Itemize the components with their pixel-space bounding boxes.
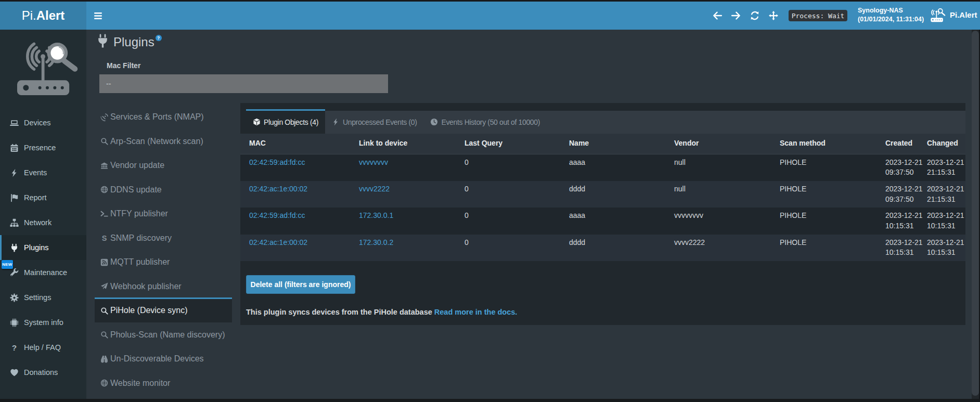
column-header-name[interactable]: Name bbox=[560, 134, 665, 154]
mac-link[interactable]: 02:42:ac:1e:00:02 bbox=[249, 238, 307, 247]
sidebar-item-label: Maintenance bbox=[24, 268, 67, 277]
table-row-3: 02:42:59:ad:fd:cc172.30.0.10aaaavvvvvvvv… bbox=[240, 208, 965, 234]
cell-scan-method: PIHOLE bbox=[771, 208, 876, 234]
plugin-nav-item-services-ports-nmap[interactable]: Services & Ports (NMAP) bbox=[95, 106, 232, 129]
plugin-nav-item-label: Un-Discoverable Devices bbox=[110, 354, 204, 364]
device-link[interactable]: 172.30.0.2 bbox=[359, 238, 393, 247]
sidebar-item-events[interactable]: Events bbox=[0, 160, 86, 185]
brand-prefix: Pi. bbox=[22, 8, 36, 23]
plugin-description: This plugin syncs devices from the PiHol… bbox=[246, 308, 517, 316]
sidebar-item-report[interactable]: Report bbox=[0, 185, 86, 210]
sidebar-item-label: Network bbox=[24, 218, 51, 227]
cell-created: 2023-12-21 09:37:50 bbox=[876, 154, 925, 181]
nav-forward-button[interactable] bbox=[731, 11, 741, 20]
cell-name: dddd bbox=[560, 181, 665, 208]
cell-last-query: 0 bbox=[456, 208, 560, 234]
sidebar-item-donations[interactable]: Donations bbox=[0, 360, 86, 385]
cell-changed: 2023-12-21 10:15:31 bbox=[925, 235, 965, 261]
terminal-icon bbox=[100, 210, 108, 218]
mac-link[interactable]: 02:42:59:ad:fd:cc bbox=[249, 158, 305, 166]
column-header-vendor[interactable]: Vendor bbox=[665, 134, 771, 154]
column-header-created[interactable]: Created bbox=[876, 134, 925, 154]
plugin-nav-item-arp-scan-network-scan[interactable]: Arp-Scan (Network scan) bbox=[95, 129, 232, 153]
brand-logo[interactable]: Pi.Alert bbox=[0, 2, 86, 30]
plugin-nav-item-label: Arp-Scan (Network scan) bbox=[110, 137, 203, 146]
nav-refresh-button[interactable] bbox=[750, 11, 759, 20]
binoculars-icon bbox=[100, 355, 108, 363]
device-info: Synology-NAS (01/01/2024, 11:31:04) bbox=[858, 6, 924, 24]
table-row-4: 02:42:ac:1e:00:02172.30.0.20ddddvvvv2222… bbox=[240, 235, 965, 261]
mac-filter-input[interactable] bbox=[99, 74, 388, 93]
cell-created: 2023-12-21 10:15:31 bbox=[876, 235, 925, 261]
plug-icon bbox=[97, 34, 109, 48]
plugin-nav-item-label: PiHole (Device sync) bbox=[110, 306, 187, 315]
sidebar-item-settings[interactable]: Settings bbox=[0, 285, 86, 310]
plugin-nav-item-vendor-update[interactable]: Vendor update bbox=[95, 154, 232, 177]
table-row-2: 02:42:ac:1e:00:02vvvv22220ddddnullPIHOLE… bbox=[240, 181, 965, 208]
question-icon: ? bbox=[10, 343, 19, 352]
sidebar-item-plugins[interactable]: Plugins bbox=[0, 235, 86, 260]
mac-link[interactable]: 02:42:59:ad:fd:cc bbox=[249, 211, 305, 219]
table-row-1: 02:42:59:ad:fd:ccvvvvvvvv0aaaanullPIHOLE… bbox=[240, 154, 965, 181]
device-link[interactable]: vvvvvvvv bbox=[359, 158, 388, 166]
plugin-nav: Services & Ports (NMAP)Arp-Scan (Network… bbox=[95, 106, 232, 396]
brand-suffix: Alert bbox=[36, 8, 65, 23]
read-docs-link[interactable]: Read more in the docs. bbox=[434, 308, 518, 316]
plugin-nav-item-label: MQTT publisher bbox=[110, 257, 170, 267]
plugin-nav-item-snmp-discovery[interactable]: SSNMP discovery bbox=[95, 226, 232, 250]
plugin-nav-item-label: DDNS update bbox=[110, 185, 162, 194]
device-link[interactable]: 172.30.0.1 bbox=[359, 211, 393, 219]
sidebar-item-system-info[interactable]: System info bbox=[0, 310, 86, 335]
search-icon bbox=[100, 331, 108, 339]
sidebar-item-presence[interactable]: Presence bbox=[0, 135, 86, 160]
navbar: Pi.Alert Process: Wait Synology-NAS (01/… bbox=[0, 2, 980, 30]
help-badge[interactable]: ? bbox=[156, 35, 162, 41]
tab-bar: Plugin Objects (4)Unprocessed Events (0)… bbox=[240, 103, 965, 134]
column-header-link-to-device[interactable]: Link to device bbox=[350, 134, 456, 154]
device-link[interactable]: vvvv2222 bbox=[359, 185, 390, 193]
plugin-nav-item-ddns-update[interactable]: DDNS update bbox=[95, 178, 232, 201]
sidebar-item-help-faq[interactable]: ?Help / FAQ bbox=[0, 335, 86, 360]
process-status-badge: Process: Wait bbox=[789, 10, 847, 21]
sidebar: DevicesPresenceEventsReportNetworkPlugin… bbox=[0, 30, 86, 399]
column-header-changed[interactable]: Changed bbox=[925, 134, 965, 154]
sidebar-item-label: Devices bbox=[24, 119, 51, 127]
tab-plugin-objects-4[interactable]: Plugin Objects (4) bbox=[246, 109, 325, 134]
rss-square-icon bbox=[100, 258, 108, 266]
plugin-nav-item-mqtt-publisher[interactable]: MQTT publisher bbox=[95, 251, 232, 274]
cell-link-to-device: vvvv2222 bbox=[350, 181, 456, 208]
sidebar-item-devices[interactable]: Devices bbox=[0, 110, 86, 135]
sidebar-toggle-button[interactable] bbox=[87, 2, 108, 30]
nav-back-button[interactable] bbox=[713, 11, 722, 20]
scrollbar-thumb[interactable] bbox=[972, 31, 979, 396]
column-header-last-query[interactable]: Last Query bbox=[456, 134, 560, 154]
mac-link[interactable]: 02:42:ac:1e:00:02 bbox=[249, 185, 307, 193]
bolt-icon bbox=[10, 168, 19, 177]
window-bottom-edge bbox=[0, 399, 980, 402]
plugin-nav-item-un-discoverable-devices[interactable]: Un-Discoverable Devices bbox=[95, 347, 232, 371]
column-header-mac[interactable]: MAC bbox=[240, 134, 350, 154]
sidebar-item-label: Events bbox=[24, 168, 47, 177]
delete-all-button[interactable]: Delete all (filters are ignored) bbox=[246, 275, 355, 294]
cell-last-query: 0 bbox=[456, 235, 560, 261]
page-header: Plugins ? bbox=[97, 33, 162, 50]
calendar-icon bbox=[10, 144, 19, 152]
plugin-nav-item-webhook-publisher[interactable]: Webhook publisher bbox=[95, 275, 232, 298]
plugin-nav-item-website-monitor[interactable]: Website monitor bbox=[95, 371, 232, 395]
tab-unprocessed-events-0[interactable]: Unprocessed Events (0) bbox=[325, 111, 423, 134]
nav-move-button[interactable] bbox=[769, 11, 778, 20]
cell-changed: 2023-12-21 10:15:31 bbox=[925, 208, 965, 234]
sidebar-item-network[interactable]: Network bbox=[0, 210, 86, 235]
plugin-objects-table: MACLink to deviceLast QueryNameVendorSca… bbox=[240, 134, 965, 262]
clock-icon bbox=[430, 118, 438, 126]
plugin-nav-item-pholus-scan-name-discovery[interactable]: Pholus-Scan (Name discovery) bbox=[95, 323, 232, 346]
globe-icon bbox=[100, 379, 108, 387]
search-icon bbox=[100, 137, 108, 145]
cell-mac: 02:42:59:ad:fd:cc bbox=[240, 154, 350, 181]
cell-scan-method: PIHOLE bbox=[771, 154, 876, 181]
cell-mac: 02:42:ac:1e:00:02 bbox=[240, 181, 350, 208]
tab-events-history-50-out-of-10000[interactable]: Events History (50 out of 10000) bbox=[423, 111, 547, 134]
plugin-nav-item-ntfy-publisher[interactable]: NTFY publisher bbox=[95, 202, 232, 226]
plugin-nav-item-pihole-device-sync[interactable]: PiHole (Device sync) bbox=[95, 297, 232, 322]
column-header-scan-method[interactable]: Scan method bbox=[771, 134, 876, 154]
